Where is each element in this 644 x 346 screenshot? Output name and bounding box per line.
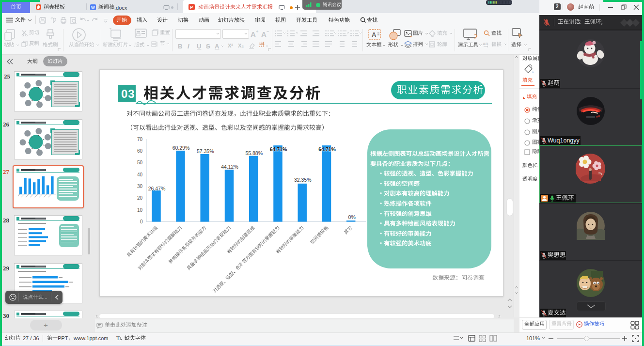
svg-text:A: A [372,31,377,38]
svg-text:AB: AB [483,42,488,46]
svg-text:T: T [116,335,120,342]
